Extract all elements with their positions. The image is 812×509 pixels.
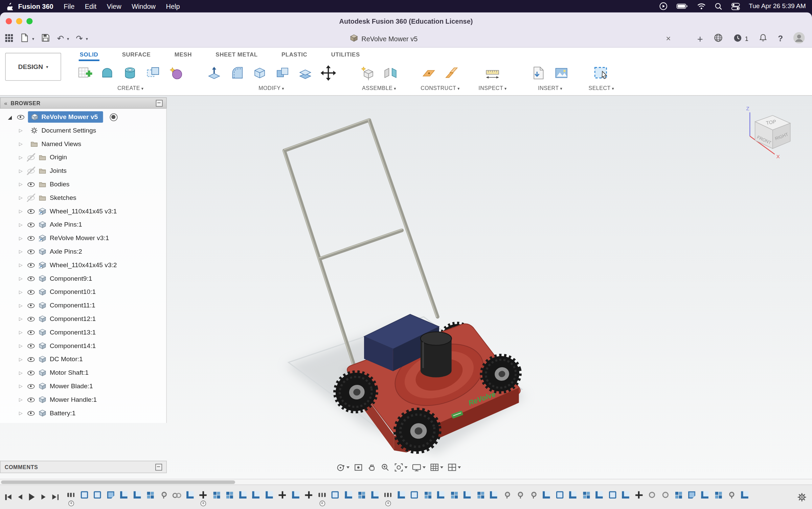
insert-derive-button[interactable] [527,61,550,84]
user-avatar[interactable] [793,32,805,46]
visibility-eye-icon[interactable] [27,369,35,377]
disclosure-triangle-icon[interactable] [18,222,24,227]
disclosure-triangle-icon[interactable] [18,290,24,295]
visibility-eye-icon[interactable] [27,261,35,269]
create-group-dropdown[interactable]: CREATE [117,85,143,91]
timeline-feature-icon[interactable] [410,491,418,499]
visibility-eye-icon[interactable] [27,248,35,256]
notifications-bell-icon[interactable] [759,33,768,45]
modify-group-dropdown[interactable]: MODIFY [258,85,284,91]
disclosure-triangle-icon[interactable] [18,330,24,335]
ribbon-tab[interactable]: MESH [174,48,193,60]
browser-tree-item[interactable]: Motor Shaft:1 [0,366,166,379]
disclosure-triangle-icon[interactable] [18,128,24,133]
node-label[interactable]: Motor Shaft:1 [50,369,89,376]
timeline-feature-icon[interactable] [159,491,167,499]
press-pull-button[interactable] [203,61,226,84]
undo-button[interactable]: ↶ [57,35,64,43]
timeline-step-forward-button[interactable] [41,491,45,503]
node-label[interactable]: Bodies [50,181,70,188]
help-button[interactable]: ? [778,35,783,43]
browser-tree-item[interactable]: Document Settings [0,124,166,137]
disclosure-triangle-icon[interactable] [6,114,13,120]
node-label[interactable]: Wheel_110x41x45 v3:2 [50,261,117,269]
zoom-tool-button[interactable] [381,463,390,472]
window-minimize-button[interactable] [16,18,22,24]
joint-button[interactable] [379,61,402,84]
browser-tree-item[interactable]: Component13:1 [0,326,166,339]
visibility-eye-icon[interactable] [27,382,35,390]
timeline-feature-icon[interactable] [595,491,603,499]
ribbon-tab[interactable]: SOLID [79,48,99,60]
timeline-feature-icon[interactable] [714,491,722,499]
timeline-feature-icon[interactable] [687,491,696,499]
fit-view-button[interactable] [394,463,408,472]
apple-menu-icon[interactable] [6,2,13,10]
timeline-feature-icon[interactable] [331,491,339,499]
timeline-feature-icon[interactable] [569,491,577,499]
new-component-button[interactable] [356,61,379,84]
node-label[interactable]: Mower Blade:1 [50,383,93,390]
new-document-tab-button[interactable]: + [697,34,703,44]
create-form-button[interactable] [165,61,187,84]
workspace-selector[interactable]: DESIGN▾ [5,53,61,81]
ribbon-tab[interactable]: SHEET METAL [215,48,258,60]
menubar-item[interactable]: Window [127,2,161,10]
visibility-eye-icon[interactable] [17,113,25,121]
disclosure-triangle-icon[interactable] [18,397,24,402]
visibility-eye-icon[interactable] [27,207,35,215]
node-label[interactable]: Joints [50,167,67,174]
disclosure-triangle-icon[interactable] [18,316,24,321]
disclosure-triangle-icon[interactable] [18,195,24,200]
menubar-item[interactable]: Help [161,2,185,10]
menubar-item[interactable]: View [102,2,126,10]
pattern-button[interactable] [142,61,164,84]
orbit-caret-icon[interactable] [346,466,349,468]
timeline-feature-icon[interactable] [489,491,497,499]
grid-snap-button[interactable] [430,463,443,472]
timeline-feature-icon[interactable] [463,491,471,499]
timeline-feature-icon[interactable] [701,491,709,499]
wifi-icon[interactable] [697,3,706,10]
disclosure-triangle-icon[interactable] [18,276,24,281]
window-zoom-button[interactable] [26,18,32,24]
construct-axis-button[interactable] [440,61,463,84]
new-file-button[interactable] [20,33,29,45]
construct-group-dropdown[interactable]: CONSTRUCT [421,85,460,91]
measure-button[interactable] [481,61,504,84]
browser-tree-item[interactable]: Mower Handle:1 [0,393,166,407]
close-document-tab-button[interactable]: × [666,30,671,48]
browser-tree-item[interactable]: Component11:1 [0,299,166,312]
timeline-feature-icon[interactable] [107,491,115,499]
timeline-feature-icon[interactable] [304,491,313,499]
display-caret-icon[interactable] [423,466,426,468]
timeline-feature-icon[interactable] [423,491,431,499]
timeline-feature-icon[interactable] [265,491,273,499]
fit-caret-icon[interactable] [404,466,407,468]
timeline-skip-start-button[interactable] [5,491,11,503]
menubar-app-name[interactable]: Fusion 360 [18,2,53,10]
timeline-feature-icon[interactable] [291,491,299,499]
browser-tree-item[interactable]: Joints [0,164,166,178]
timeline-feature-icon[interactable] [450,491,458,499]
timeline-feature-icon[interactable] [542,491,550,499]
disclosure-triangle-icon[interactable] [18,262,24,268]
node-label[interactable]: Axle Pins:1 [50,221,82,228]
node-label[interactable]: Wheel_110x41x45 v3:1 [50,208,117,215]
visibility-eye-icon[interactable] [27,153,35,161]
insert-canvas-button[interactable] [550,61,573,84]
minimize-comments-icon[interactable] [155,464,162,470]
timeline-play-button[interactable] [29,491,35,503]
visibility-eye-icon[interactable] [27,355,35,363]
timeline-feature-icon[interactable] [239,491,247,499]
ribbon-tab[interactable]: PLASTIC [280,48,308,60]
timeline-feature-icon[interactable] [556,491,564,499]
minimize-panel-icon[interactable] [156,100,163,107]
orbit-tool-button[interactable] [336,463,349,472]
document-tab[interactable]: ReVolve Mower v5 [350,30,418,48]
timeline-feature-icon[interactable] [582,491,590,499]
visibility-eye-icon[interactable] [27,180,35,188]
ribbon-tab[interactable]: SURFACE [121,48,152,60]
move-copy-button[interactable] [317,61,340,84]
display-settings-button[interactable] [412,463,426,472]
